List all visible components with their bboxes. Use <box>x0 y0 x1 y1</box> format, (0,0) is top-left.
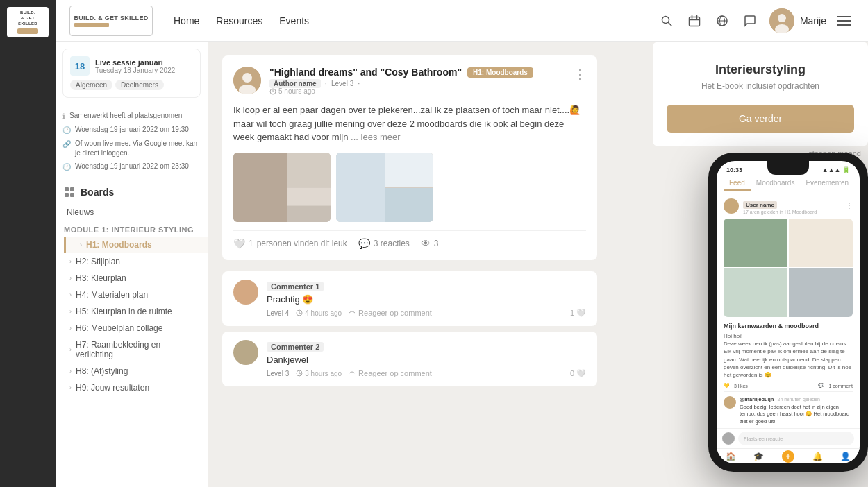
phone-more-icon[interactable]: ⋮ <box>846 202 853 210</box>
phone-nav-profile-icon[interactable]: 👤 <box>840 452 851 461</box>
clock-icon-1: 🕐 <box>62 126 71 135</box>
search-icon[interactable] <box>658 12 675 29</box>
nieuws-label: Nieuws <box>67 207 94 217</box>
sidebar-item-h1[interactable]: › H1: Moodboards <box>66 237 208 253</box>
nav-logo: BUILD. & GET SKILLED <box>69 6 153 36</box>
sidebar-info-item-4: 🕐 Woensdag 19 januari 2022 om 23:30 <box>62 162 201 172</box>
user-avatar <box>769 8 794 33</box>
promo-card: Interieurstyling Het E-book inclusief op… <box>653 42 868 146</box>
sidebar-info-section: ℹ Samenwerkt heeft al plaatsgenomen 🕐 Wo… <box>56 105 208 181</box>
sidebar-item-h4[interactable]: › H4: Materialen plan <box>56 287 208 303</box>
globe-icon[interactable] <box>714 12 731 29</box>
sidebar-item-h3[interactable]: › H3: Kleurplan <box>56 270 208 287</box>
sidebar-item-nieuws[interactable]: Nieuws <box>56 203 208 221</box>
comment-card-1: Commenter 1 Prachtig 😍 Level 4 4 hours a… <box>222 271 597 326</box>
h7-label: H7: Raambekleding en verlichting <box>76 340 199 359</box>
post-header: "Highland dreams" and "Cosy Bathroom" H1… <box>233 67 586 95</box>
heart-icon-comment-2: 🤍 <box>576 369 586 378</box>
comment-reply-2[interactable]: Reageer op comment <box>349 369 432 377</box>
moodboard-img-7 <box>385 188 434 222</box>
promo-button[interactable]: Ga verder <box>667 105 854 133</box>
sidebar-item-h6[interactable]: › H6: Meubelplan collage <box>56 320 208 336</box>
nav-events[interactable]: Events <box>279 15 309 26</box>
phone-nav-home-icon[interactable]: 🏠 <box>726 452 736 461</box>
phone-tab-evenementen[interactable]: Evenementen <box>800 176 854 191</box>
sidebar-item-h9[interactable]: › H9: Jouw resultaten <box>56 379 208 396</box>
like-action[interactable]: 🤍 1 personen vinden dit leuk <box>233 238 347 249</box>
boards-icon <box>64 187 75 198</box>
likes-count: 1 <box>249 239 253 248</box>
svg-point-10 <box>778 14 786 22</box>
sidebar-item-h8[interactable]: › H8: (Af)styling <box>56 363 208 379</box>
phone-img-3 <box>724 268 787 317</box>
moodboard-img-4 <box>287 206 331 222</box>
post-title: "Highland dreams" and "Cosy Bathroom" H1… <box>269 67 565 78</box>
h6-label: H6: Meubelplan collage <box>76 323 162 333</box>
sidebar-item-h7[interactable]: › H7: Raambekleding en verlichting <box>56 336 208 363</box>
moodboard-img-3 <box>287 188 331 205</box>
post-images <box>233 153 586 222</box>
chevron-h8: › <box>69 368 72 375</box>
post-author-info: Author name · Level 3 · 5 hours ago <box>269 79 565 95</box>
event-tag-algemeen[interactable]: Algemeen <box>70 80 112 90</box>
nav-resources[interactable]: Resources <box>216 15 262 26</box>
post-image-1 <box>233 153 331 222</box>
comment-like-2[interactable]: 0 🤍 <box>570 369 586 378</box>
chat-icon[interactable] <box>742 12 758 29</box>
h3-label: H3: Kleurplan <box>76 273 126 283</box>
phone-tab-feed[interactable]: Feed <box>724 176 751 191</box>
hamburger-icon[interactable] <box>837 12 854 29</box>
post-time: 5 hours ago <box>269 87 565 95</box>
svg-line-21 <box>273 92 274 92</box>
post-options-btn[interactable]: ⋮ <box>574 67 586 82</box>
phone-screen: 10:33 ▲▲▲ 🔋 Feed Moodboards Evenementen <box>717 161 860 463</box>
comment-author-1: Commenter 1 <box>267 282 324 291</box>
views-count: 3 <box>434 239 439 248</box>
heart-icon: 🤍 <box>233 238 245 249</box>
sidebar-event-card: 18 Live sessie januari Tuesday 18 Januar… <box>62 49 201 98</box>
sidebar-item-h2[interactable]: › H2: Stijlplan <box>56 253 208 270</box>
comment-meta-1: Level 4 4 hours ago Reageer op comment 1… <box>267 309 586 318</box>
phone-post-sub: 17 aren geleden in H1 Moodboard <box>743 210 842 214</box>
post-read-more[interactable]: ... lees meer <box>351 132 401 142</box>
svg-rect-14 <box>65 193 69 197</box>
comment-reply-1[interactable]: Reageer op comment <box>349 309 432 317</box>
h4-label: H4: Materialen plan <box>76 290 148 300</box>
comment-level-1: Level 4 <box>267 309 289 317</box>
calendar-icon[interactable] <box>686 12 703 29</box>
event-date: Tuesday 18 January 2022 <box>95 67 175 74</box>
comment-like-1[interactable]: 1 🤍 <box>570 309 586 318</box>
sidebar-item-h5[interactable]: › H5: Kleurplan in de ruimte <box>56 303 208 320</box>
phone-time: 10:33 <box>726 166 742 173</box>
comment-body-2: Commenter 2 Dankjewel Level 3 3 hours ag… <box>267 340 586 378</box>
chevron-h1: › <box>80 241 82 248</box>
phone-comment-time: 24 minuten geleden <box>778 397 821 402</box>
phone-post-images <box>724 219 853 317</box>
phone-comment-1: @mariljeduijn 24 minuten geleden Goed be… <box>724 396 853 425</box>
nav-user[interactable]: Marije <box>769 8 826 33</box>
phone-plus-btn[interactable]: + <box>782 450 794 463</box>
phone-img-4 <box>789 268 853 317</box>
post-actions: 🤍 1 personen vinden dit leuk 💬 3 reactie… <box>233 230 586 249</box>
clock-icon-2: 🕐 <box>62 162 71 172</box>
phone-user-info: User name 17 aren geleden in H1 Moodboar… <box>743 197 842 214</box>
boards-label: Boards <box>81 187 114 198</box>
phone-mockup: 10:33 ▲▲▲ 🔋 Feed Moodboards Evenementen <box>708 153 868 486</box>
post-card: "Highland dreams" and "Cosy Bathroom" H1… <box>222 55 597 260</box>
module-header: Module 1: Interieur styling <box>56 221 208 237</box>
chevron-h7: › <box>69 346 72 353</box>
event-tag-deelnemers[interactable]: Deelnemers <box>115 80 164 90</box>
phone-tab-moodboards[interactable]: Moodboards <box>751 176 801 191</box>
phone-nav-bell-icon[interactable]: 🔔 <box>812 452 823 461</box>
post-avatar <box>233 67 261 94</box>
phone-input-field[interactable]: Plaats een reactie <box>738 432 854 445</box>
nav-username: Marije <box>800 15 826 26</box>
svg-rect-2 <box>689 17 699 26</box>
moodboard-img-2 <box>287 153 331 187</box>
comment-card-2: Commenter 2 Dankjewel Level 3 3 hours ag… <box>222 332 597 386</box>
phone-input-avatar <box>722 432 735 445</box>
phone-post-body: Hoi hoi! Deze week ben ik (pas) aangeslo… <box>724 332 853 379</box>
phone-nav-cap-icon[interactable]: 🎓 <box>753 452 764 461</box>
nav-home[interactable]: Home <box>174 15 199 26</box>
comment-action[interactable]: 💬 3 reacties <box>358 238 410 249</box>
